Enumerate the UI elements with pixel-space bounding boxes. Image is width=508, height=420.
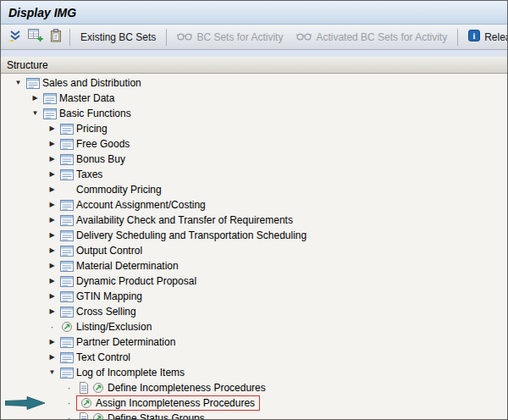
tree-item[interactable]: ▶Commodity Pricing [1, 182, 507, 197]
img-structure-icon [59, 291, 74, 302]
tree-item[interactable]: ·Assign Incompleteness Procedures [1, 395, 507, 411]
expand-icon[interactable]: ▶ [45, 182, 59, 197]
sort-descending-icon [8, 29, 22, 45]
tree-item[interactable]: ▼Sales and Distribution [1, 75, 507, 91]
tree-item[interactable]: ▶Cross Selling [1, 304, 507, 319]
info-icon: i [468, 30, 480, 44]
tree-item-label[interactable]: Bonus Buy [74, 152, 128, 166]
tree-item-label[interactable]: Commodity Pricing [74, 183, 164, 196]
leaf-bullet: · [62, 395, 76, 411]
tree-item[interactable]: ▶GTIN Mapping [1, 289, 507, 304]
tree-item-label[interactable]: Define Status Groups [105, 412, 207, 419]
bc-sets-for-activity-button[interactable]: BC Sets for Activity [170, 28, 290, 47]
img-tree: ▼Sales and Distribution▶Master Data▼Basi… [1, 74, 507, 419]
collapse-icon[interactable]: ▼ [45, 365, 59, 380]
structure-header: Structure [1, 57, 507, 74]
tree-item-label[interactable]: Free Goods [74, 137, 132, 151]
expand-icon[interactable]: ▶ [45, 213, 59, 228]
tree-item[interactable]: ▶Availability Check and Transfer of Requ… [1, 213, 507, 228]
img-activity-icon[interactable] [79, 397, 93, 409]
tree-item[interactable]: ▶Dynamic Product Proposal [1, 274, 507, 289]
toolbar-separator [166, 29, 167, 46]
expand-icon[interactable]: ▶ [45, 167, 59, 182]
tree-item[interactable]: ▶Output Control [1, 243, 507, 258]
tree-item[interactable]: ▶Text Control [1, 350, 507, 365]
tree-item[interactable]: ·Define Incompleteness Procedures [1, 380, 507, 395]
tree-item-label[interactable]: Assign Incompleteness Procedures [93, 396, 257, 410]
tree-item-label[interactable]: Partner Determination [74, 335, 178, 349]
tree-item-label[interactable]: Log of Incomplete Items [74, 366, 187, 379]
img-structure-icon [59, 368, 74, 379]
expand-icon[interactable]: ▶ [45, 350, 59, 365]
img-activity-icon[interactable] [91, 412, 105, 419]
img-structure-icon [59, 230, 74, 241]
tree-item[interactable]: ▼Basic Functions [1, 106, 507, 121]
collapse-icon[interactable]: ▼ [28, 106, 42, 121]
sap-display-img-window: Display IMG [0, 0, 508, 420]
page-title: Display IMG [8, 6, 76, 19]
tree-item-label[interactable]: Dynamic Product Proposal [74, 274, 199, 288]
expand-icon[interactable]: ▶ [45, 334, 59, 350]
tree-item-label[interactable]: Account Assignment/Costing [74, 198, 208, 212]
toolbar-separator [457, 29, 458, 46]
tree-item-label[interactable]: Master Data [57, 91, 117, 105]
expand-icon[interactable]: ▶ [45, 228, 59, 243]
tree-item-label[interactable]: Material Determination [74, 259, 181, 273]
tree-item-label[interactable]: Output Control [74, 244, 145, 257]
expand-icon[interactable]: ▶ [45, 258, 59, 274]
tree-item[interactable]: ·Listing/Exclusion [1, 319, 507, 334]
tree-item[interactable]: ▶Pricing [1, 121, 507, 136]
copy-bc-set-icon-button[interactable] [46, 27, 66, 47]
tree-item-label[interactable]: Pricing [74, 122, 110, 135]
tree-item-label[interactable]: Cross Selling [74, 305, 139, 318]
tree-item[interactable]: ▶Taxes [1, 167, 507, 182]
bc-sets-for-activity-label: BC Sets for Activity [196, 31, 283, 43]
tree-item-label[interactable]: Listing/Exclusion [74, 320, 154, 334]
expand-icon[interactable]: ▶ [28, 91, 42, 106]
svg-text:i: i [473, 31, 476, 41]
create-bc-set-icon-button[interactable] [25, 27, 46, 47]
img-activity-icon[interactable] [59, 321, 74, 333]
leaf-bullet: · [62, 411, 76, 419]
tree-item[interactable]: ▶Bonus Buy [1, 152, 507, 167]
tree-item[interactable]: ▶Account Assignment/Costing [1, 197, 507, 213]
existing-bc-sets-button[interactable]: Existing BC Sets [74, 28, 163, 47]
tree-item-label[interactable]: Taxes [74, 168, 105, 181]
expand-icon[interactable]: ▶ [45, 304, 59, 319]
glasses-icon [296, 31, 312, 43]
expand-icon[interactable]: ▶ [45, 274, 59, 289]
tree-item[interactable]: ▶Master Data [1, 91, 507, 106]
tree-item[interactable]: ·Define Status Groups [1, 411, 507, 419]
expand-icon[interactable]: ▶ [45, 121, 59, 136]
tree-item-label[interactable]: Define Incompleteness Procedures [105, 381, 268, 395]
tree-item-label[interactable]: Sales and Distribution [40, 76, 144, 90]
collapse-icon[interactable]: ▼ [11, 75, 25, 91]
tree-item-label[interactable]: Text Control [74, 351, 133, 364]
tree-item-label[interactable]: Delivery Scheduling and Transportation S… [74, 229, 309, 242]
expand-icon[interactable]: ▶ [45, 136, 59, 152]
highlight-box: Assign Incompleteness Procedures [76, 395, 260, 411]
release-notes-button[interactable]: i Release [461, 26, 507, 47]
tree-item[interactable]: ▼Log of Incomplete Items [1, 365, 507, 380]
tree-item-label[interactable]: Availability Check and Transfer of Requi… [74, 213, 295, 227]
img-structure-icon [25, 78, 40, 89]
expand-icon[interactable]: ▶ [45, 152, 59, 167]
img-structure-icon [59, 276, 74, 287]
img-activity-icon[interactable] [91, 382, 105, 394]
expand-icon[interactable]: ▶ [45, 289, 59, 304]
tree-item[interactable]: ▶Material Determination [1, 258, 507, 274]
tree-item-label[interactable]: GTIN Mapping [74, 290, 145, 303]
activated-bc-sets-for-activity-label: Activated BC Sets for Activity [316, 31, 447, 43]
expand-icon[interactable]: ▶ [45, 243, 59, 258]
img-structure-icon [59, 139, 74, 150]
document-icon [76, 382, 91, 394]
sort-descending-icon-button[interactable] [5, 27, 25, 47]
leaf-bullet: · [62, 380, 76, 395]
expand-icon[interactable]: ▶ [45, 197, 59, 213]
application-toolbar: Existing BC Sets BC Sets for Activity [1, 25, 507, 50]
tree-item[interactable]: ▶Free Goods [1, 136, 507, 152]
tree-item[interactable]: ▶Partner Determination [1, 334, 507, 350]
tree-item[interactable]: ▶Delivery Scheduling and Transportation … [1, 228, 507, 243]
tree-item-label[interactable]: Basic Functions [57, 107, 134, 120]
activated-bc-sets-for-activity-button[interactable]: Activated BC Sets for Activity [290, 28, 454, 47]
